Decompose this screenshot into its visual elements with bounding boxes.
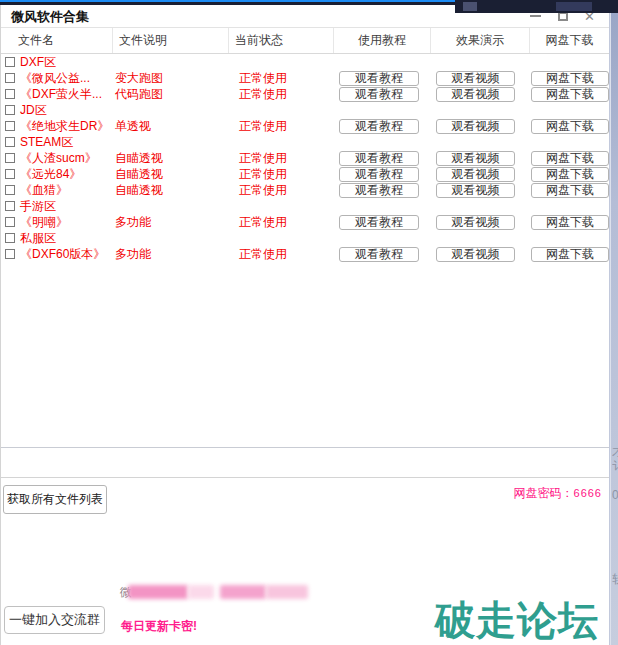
pan-download-button[interactable]: 网盘下载 xyxy=(531,119,609,134)
file-status: 正常使用 xyxy=(239,86,287,102)
file-name: 《微风公益... xyxy=(20,70,90,86)
table-body: DXF区 《微风公益... 变大跑图 正常使用 观看教程 观看视频 网盘下载 《… xyxy=(1,54,609,262)
redacted-blur-block xyxy=(188,585,214,599)
file-desc: 代码跑图 xyxy=(115,86,163,102)
table-row: 手游区 xyxy=(1,198,609,214)
column-header-status: 当前状态 xyxy=(229,28,334,53)
file-status: 正常使用 xyxy=(239,246,287,262)
column-header-filename: 文件名 xyxy=(1,28,113,53)
watch-tutorial-button[interactable]: 观看教程 xyxy=(339,167,419,182)
row-checkbox[interactable] xyxy=(5,233,15,243)
get-all-files-button[interactable]: 获取所有文件列表 xyxy=(3,485,107,514)
file-status: 正常使用 xyxy=(239,118,287,134)
minimize-icon xyxy=(530,15,541,17)
empty-list-strip xyxy=(1,448,609,478)
redacted-blur-block xyxy=(128,585,188,599)
row-checkbox[interactable] xyxy=(5,249,15,259)
watch-tutorial-button[interactable]: 观看教程 xyxy=(339,151,419,166)
table-row: 《绝地求生DR》 单透视 正常使用 观看教程 观看视频 网盘下载 xyxy=(1,118,609,134)
watch-video-button[interactable]: 观看视频 xyxy=(436,151,515,166)
pan-password-label: 网盘密码： xyxy=(514,486,574,500)
background-window-tab-small xyxy=(463,2,477,11)
clipped-text-fragment: 软 xyxy=(612,573,618,585)
file-desc: 单透视 xyxy=(115,118,151,134)
table-row: DXF区 xyxy=(1,54,609,70)
file-name: 《人渣sucm》 xyxy=(20,150,97,166)
watch-tutorial-button[interactable]: 观看教程 xyxy=(339,119,419,134)
table-row: 《人渣sucm》 自瞄透视 正常使用 观看教程 观看视频 网盘下载 xyxy=(1,150,609,166)
row-checkbox[interactable] xyxy=(5,201,15,211)
file-name: STEAM区 xyxy=(20,134,73,150)
file-status: 正常使用 xyxy=(239,166,287,182)
watch-video-button[interactable]: 观看视频 xyxy=(436,215,515,230)
pan-download-button[interactable]: 网盘下载 xyxy=(531,183,609,198)
file-status: 正常使用 xyxy=(239,182,287,198)
table-row: 《DXF60版本》 多功能 正常使用 观看教程 观看视频 网盘下载 xyxy=(1,246,609,262)
daily-update-text: 每日更新卡密! xyxy=(121,618,197,635)
background-window-tab xyxy=(556,2,592,11)
row-checkbox[interactable] xyxy=(5,137,15,147)
pan-download-button[interactable]: 网盘下载 xyxy=(531,71,609,86)
row-checkbox[interactable] xyxy=(5,105,15,115)
table-row: 《明嘲》 多功能 正常使用 观看教程 观看视频 网盘下载 xyxy=(1,214,609,230)
row-checkbox[interactable] xyxy=(5,185,15,195)
watch-tutorial-button[interactable]: 观看教程 xyxy=(339,247,419,262)
pan-download-button[interactable]: 网盘下载 xyxy=(531,215,609,230)
pan-download-button[interactable]: 网盘下载 xyxy=(531,167,609,182)
clipped-text-fragment: 讠 xyxy=(612,460,618,472)
row-checkbox[interactable] xyxy=(5,121,15,131)
pan-download-button[interactable]: 网盘下载 xyxy=(531,247,609,262)
redacted-contact-line: 微 xyxy=(120,583,308,601)
row-checkbox[interactable] xyxy=(5,73,15,83)
watch-video-button[interactable]: 观看视频 xyxy=(436,119,515,134)
row-checkbox[interactable] xyxy=(5,57,15,67)
forum-watermark: 破走论坛 xyxy=(435,593,599,645)
app-window: 微风软件合集 ✕ 文件名 文件说明 当前状态 使用教程 效果演示 网盘下载 DX… xyxy=(0,5,610,645)
file-desc: 自瞄透视 xyxy=(115,166,163,182)
column-header-demo: 效果演示 xyxy=(431,28,530,53)
file-name: 《血猎》 xyxy=(20,182,68,198)
row-checkbox[interactable] xyxy=(5,153,15,163)
file-name: 《DXF60版本》 xyxy=(20,246,105,262)
window-title: 微风软件合集 xyxy=(11,8,89,26)
watch-tutorial-button[interactable]: 观看教程 xyxy=(339,71,419,86)
column-header-download: 网盘下载 xyxy=(530,28,609,53)
file-name: DXF区 xyxy=(20,54,56,70)
file-name: 私服区 xyxy=(20,230,56,246)
row-checkbox[interactable] xyxy=(5,217,15,227)
background-window-right-sliver: 才 讠 0 软 xyxy=(610,13,618,645)
row-checkbox[interactable] xyxy=(5,89,15,99)
join-group-button[interactable]: 一键加入交流群 xyxy=(4,606,105,634)
pan-download-button[interactable]: 网盘下载 xyxy=(531,151,609,166)
table-row: 《血猎》 自瞄透视 正常使用 观看教程 观看视频 网盘下载 xyxy=(1,182,609,198)
watch-tutorial-button[interactable]: 观看教程 xyxy=(339,87,419,102)
file-desc: 变大跑图 xyxy=(115,70,163,86)
table-row: 私服区 xyxy=(1,230,609,246)
watch-tutorial-button[interactable]: 观看教程 xyxy=(339,215,419,230)
watch-video-button[interactable]: 观看视频 xyxy=(436,183,515,198)
file-table: 文件名 文件说明 当前状态 使用教程 效果演示 网盘下载 DXF区 《微风公益.… xyxy=(1,27,609,448)
table-row: 《DXF萤火半... 代码跑图 正常使用 观看教程 观看视频 网盘下载 xyxy=(1,86,609,102)
column-header-tutorial: 使用教程 xyxy=(334,28,431,53)
watch-video-button[interactable]: 观看视频 xyxy=(436,167,515,182)
watch-tutorial-button[interactable]: 观看教程 xyxy=(339,183,419,198)
file-desc: 自瞄透视 xyxy=(115,182,163,198)
file-desc: 多功能 xyxy=(115,214,151,230)
watch-video-button[interactable]: 观看视频 xyxy=(436,87,515,102)
watch-video-button[interactable]: 观看视频 xyxy=(436,247,515,262)
table-row: 《远光84》 自瞄透视 正常使用 观看教程 观看视频 网盘下载 xyxy=(1,166,609,182)
table-row: 《微风公益... 变大跑图 正常使用 观看教程 观看视频 网盘下载 xyxy=(1,70,609,86)
file-status: 正常使用 xyxy=(239,70,287,86)
pan-download-button[interactable]: 网盘下载 xyxy=(531,87,609,102)
watch-video-button[interactable]: 观看视频 xyxy=(436,71,515,86)
file-name: 《明嘲》 xyxy=(20,214,68,230)
redacted-blur-block xyxy=(266,585,308,599)
table-header: 文件名 文件说明 当前状态 使用教程 效果演示 网盘下载 xyxy=(1,28,609,54)
file-name: 《绝地求生DR》 xyxy=(20,118,109,134)
file-status: 正常使用 xyxy=(239,150,287,166)
file-desc: 多功能 xyxy=(115,246,151,262)
clipped-text-fragment: 0 xyxy=(612,489,618,501)
table-row: STEAM区 xyxy=(1,134,609,150)
row-checkbox[interactable] xyxy=(5,169,15,179)
file-desc: 自瞄透视 xyxy=(115,150,163,166)
